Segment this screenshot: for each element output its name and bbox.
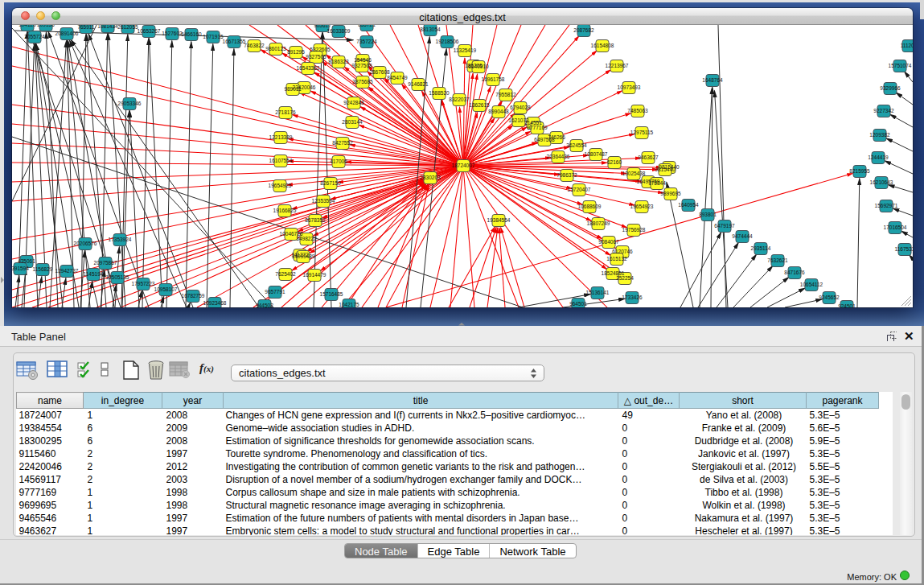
svg-text:10958107: 10958107 bbox=[154, 286, 178, 292]
svg-text:10025438: 10025438 bbox=[622, 171, 646, 176]
svg-text:29053346: 29053346 bbox=[118, 101, 142, 106]
svg-text:11325419: 11325419 bbox=[454, 47, 477, 53]
svg-text:8186323: 8186323 bbox=[328, 59, 349, 64]
svg-text:12353594: 12353594 bbox=[312, 198, 335, 204]
svg-text:154546: 154546 bbox=[354, 57, 372, 63]
svg-text:8215955: 8215955 bbox=[849, 168, 870, 174]
svg-text:10653267: 10653267 bbox=[138, 28, 161, 34]
svg-text:7625402: 7625402 bbox=[275, 271, 296, 277]
svg-text:6120746: 6120746 bbox=[612, 249, 633, 254]
svg-text:15692971: 15692971 bbox=[875, 203, 898, 208]
svg-text:9777169: 9777169 bbox=[527, 125, 548, 130]
svg-text:9463627: 9463627 bbox=[638, 154, 659, 160]
svg-text:12942737: 12942737 bbox=[55, 268, 79, 274]
svg-text:2718176: 2718176 bbox=[275, 109, 296, 115]
svg-text:765911: 765911 bbox=[77, 25, 95, 30]
svg-text:9245652: 9245652 bbox=[819, 295, 840, 300]
svg-text:7986372: 7986372 bbox=[556, 172, 577, 178]
svg-text:10688609: 10688609 bbox=[578, 204, 602, 209]
svg-text:1209382: 1209382 bbox=[869, 132, 890, 138]
svg-text:16210643: 16210643 bbox=[870, 179, 893, 185]
svg-text:1733426: 1733426 bbox=[622, 295, 643, 300]
svg-text:5322605: 5322605 bbox=[310, 47, 331, 52]
svg-text:435061: 435061 bbox=[18, 258, 35, 264]
svg-text:209156: 209156 bbox=[37, 25, 55, 27]
svg-text:417006: 417006 bbox=[330, 159, 347, 164]
svg-text:10807487: 10807487 bbox=[585, 151, 608, 157]
svg-text:9146821: 9146821 bbox=[408, 81, 429, 87]
svg-text:7357224: 7357224 bbox=[356, 39, 377, 44]
svg-text:6140910: 6140910 bbox=[468, 64, 489, 69]
svg-text:746266: 746266 bbox=[548, 134, 565, 140]
svg-text:924501: 924501 bbox=[838, 303, 856, 307]
svg-text:19654925: 19654925 bbox=[269, 183, 292, 188]
svg-text:9327508: 9327508 bbox=[351, 63, 372, 68]
svg-text:7632621: 7632621 bbox=[767, 257, 788, 263]
svg-text:7463822: 7463822 bbox=[244, 43, 265, 48]
svg-text:12213967: 12213967 bbox=[606, 63, 629, 68]
svg-text:9657791: 9657791 bbox=[265, 289, 285, 295]
svg-text:8454749: 8454749 bbox=[387, 75, 408, 80]
svg-text:893801: 893801 bbox=[699, 212, 717, 217]
svg-text:20975867: 20975867 bbox=[94, 260, 117, 266]
svg-text:964501: 964501 bbox=[569, 301, 587, 307]
svg-text:9242848: 9242848 bbox=[343, 100, 364, 105]
svg-text:2087682: 2087682 bbox=[573, 27, 594, 33]
svg-text:104120: 104120 bbox=[18, 25, 36, 27]
svg-text:8678352: 8678352 bbox=[305, 217, 326, 223]
svg-text:1588520: 1588520 bbox=[429, 90, 450, 96]
svg-text:944502: 944502 bbox=[256, 303, 273, 307]
svg-text:1648764: 1648764 bbox=[702, 77, 723, 83]
svg-text:12975115: 12975115 bbox=[630, 130, 654, 135]
svg-text:2830203: 2830203 bbox=[420, 175, 441, 180]
svg-text:8267150: 8267150 bbox=[320, 180, 341, 186]
svg-text:9899695: 9899695 bbox=[660, 191, 681, 196]
svg-text:15720407: 15720407 bbox=[568, 187, 591, 192]
svg-text:1527602: 1527602 bbox=[162, 31, 183, 36]
svg-text:989011: 989011 bbox=[284, 86, 302, 92]
svg-text:7955812: 7955812 bbox=[495, 92, 516, 97]
svg-text:891295: 891295 bbox=[287, 49, 305, 55]
svg-text:1145194: 1145194 bbox=[84, 271, 104, 277]
svg-text:1615132: 1615132 bbox=[606, 256, 627, 262]
svg-text:19166825: 19166825 bbox=[273, 208, 297, 213]
svg-text:14099489: 14099489 bbox=[292, 253, 315, 259]
svg-text:8813054: 8813054 bbox=[420, 27, 441, 32]
svg-text:8322037: 8322037 bbox=[449, 97, 470, 102]
svg-text:8427552: 8427552 bbox=[332, 140, 353, 146]
svg-text:9815440: 9815440 bbox=[655, 167, 676, 172]
svg-text:6794028: 6794028 bbox=[510, 105, 531, 110]
svg-text:9474444: 9474444 bbox=[732, 233, 753, 239]
svg-text:62160: 62160 bbox=[607, 159, 622, 165]
svg-text:252254: 252254 bbox=[616, 275, 634, 281]
svg-text:16671355: 16671355 bbox=[223, 39, 246, 44]
svg-text:17957223: 17957223 bbox=[132, 281, 155, 286]
svg-text:16033809: 16033809 bbox=[327, 28, 351, 34]
svg-text:16782759: 16782759 bbox=[182, 293, 205, 299]
svg-text:1081434: 1081434 bbox=[97, 25, 118, 29]
svg-text:9860123: 9860123 bbox=[265, 46, 286, 51]
svg-text:15136141: 15136141 bbox=[586, 290, 610, 295]
svg-text:20364436: 20364436 bbox=[547, 154, 570, 159]
svg-text:1167533: 1167533 bbox=[895, 246, 913, 252]
svg-text:12213389: 12213389 bbox=[269, 134, 293, 140]
svg-text:1640954: 1640954 bbox=[678, 202, 699, 208]
svg-text:2055724: 2055724 bbox=[24, 34, 45, 39]
svg-text:16154808: 16154808 bbox=[591, 43, 614, 48]
svg-text:16961758: 16961758 bbox=[482, 76, 505, 82]
svg-text:855721: 855721 bbox=[358, 25, 376, 27]
svg-text:391594: 391594 bbox=[12, 266, 29, 271]
svg-text:1244419: 1244419 bbox=[868, 154, 889, 160]
svg-text:2867608: 2867608 bbox=[369, 69, 390, 75]
svg-text:17353924: 17353924 bbox=[109, 237, 132, 242]
svg-text:19384554: 19384554 bbox=[487, 217, 511, 223]
svg-text:17016504: 17016504 bbox=[884, 225, 907, 230]
svg-text:2935114: 2935114 bbox=[751, 245, 771, 251]
svg-text:1156829: 1156829 bbox=[33, 266, 53, 272]
svg-text:19756928: 19756928 bbox=[622, 227, 646, 233]
svg-text:20206576: 20206576 bbox=[74, 241, 97, 246]
svg-text:2612055: 2612055 bbox=[117, 25, 138, 30]
svg-text:16107554: 16107554 bbox=[269, 158, 293, 163]
svg-text:10973493: 10973493 bbox=[618, 84, 641, 90]
svg-text:16543362: 16543362 bbox=[297, 65, 320, 71]
